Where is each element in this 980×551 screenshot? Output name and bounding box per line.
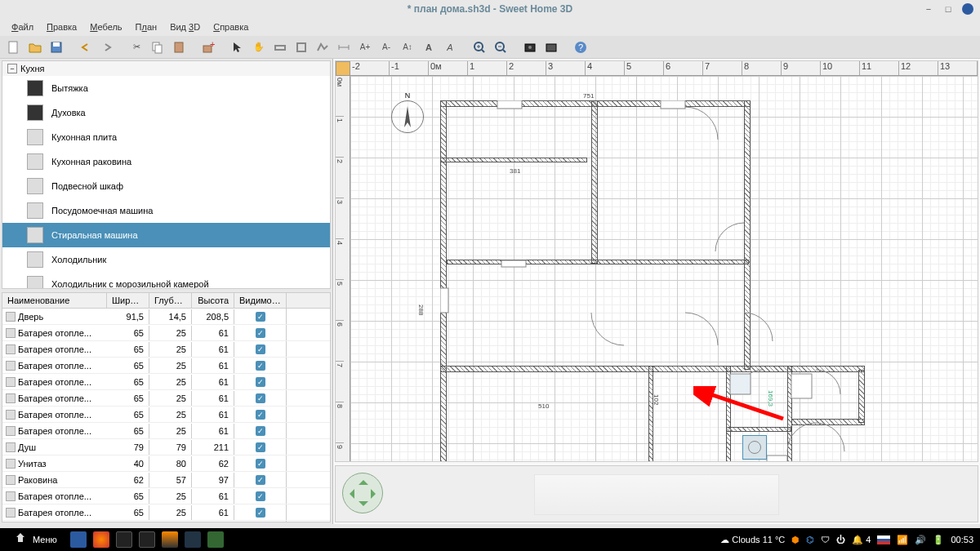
text-it-icon[interactable]: A [441,38,459,56]
nav-compass-icon[interactable] [342,473,383,513]
furniture-list-table[interactable]: Наименование Ширина Глубина Высота Видим… [2,292,331,522]
grid-canvas[interactable]: 751 381 288 510 169,3 102 [350,76,978,461]
catalog-item[interactable]: Холодильник [2,247,330,272]
table-row[interactable]: Батарея отопле... 65 25 61 ✓ [2,374,330,390]
dimension-icon[interactable] [335,38,353,56]
notifications-icon[interactable]: 🔔 4 [852,535,871,545]
visibility-checkbox[interactable]: ✓ [256,377,265,387]
photo-icon[interactable] [521,38,539,56]
table-row[interactable]: Раковина 62 57 97 ✓ [2,472,330,488]
menu-furniture[interactable]: Мебель [85,20,127,33]
wall-icon[interactable] [271,38,289,56]
catalog-item[interactable]: Стиральная машина [2,223,330,247]
bluetooth-icon[interactable]: ⌬ [806,535,814,545]
text-big-icon[interactable]: A- [377,38,395,56]
redo-icon[interactable] [98,38,116,56]
visibility-checkbox[interactable]: ✓ [256,312,265,322]
visibility-checkbox[interactable]: ✓ [256,344,265,354]
polyline-icon[interactable] [314,38,332,56]
col-depth[interactable]: Глубина [149,293,192,308]
minimize-button[interactable]: − [923,3,934,15]
visibility-checkbox[interactable]: ✓ [256,426,265,436]
keyboard-layout-icon[interactable] [877,535,890,544]
col-name[interactable]: Наименование [2,293,107,308]
app-icon[interactable] [162,531,178,548]
volume-icon[interactable]: 🔊 [915,535,926,545]
terminal2-icon[interactable] [139,531,155,548]
visibility-checkbox[interactable]: ✓ [256,475,265,485]
pan-icon[interactable]: ✋ [250,38,268,56]
table-row[interactable]: Батарея отопле... 65 25 61 ✓ [2,488,330,504]
cut-icon[interactable]: ✂ [127,38,145,56]
text-icon[interactable]: A [420,38,438,56]
catalog-item[interactable]: Кухонная раковина [2,149,330,174]
wifi-icon[interactable]: 📶 [897,535,908,545]
visibility-checkbox[interactable]: ✓ [256,328,265,338]
table-row[interactable]: Входная дверь 101,5 9,6 208,5 ✓ [2,521,330,522]
new-icon[interactable] [5,38,23,56]
search-app-icon[interactable] [185,531,201,548]
col-height[interactable]: Высота [192,293,234,308]
visibility-checkbox[interactable]: ✓ [256,410,265,420]
copy-icon[interactable] [149,38,167,56]
firefox-icon[interactable] [93,531,109,548]
text-small-icon[interactable]: A+ [356,38,374,56]
visibility-checkbox[interactable]: ✓ [256,508,265,518]
shield-icon[interactable]: 🛡 [821,535,830,544]
menu-edit[interactable]: Правка [42,20,82,33]
view-3d[interactable] [335,465,978,522]
catalog-item[interactable]: Посудомоечная машина [2,198,330,223]
table-row[interactable]: Душ 79 79 211 ✓ [2,439,330,455]
table-row[interactable]: Батарея отопле... 65 25 61 ✓ [2,390,330,407]
col-visibility[interactable]: Видимость [234,293,287,308]
help-icon[interactable]: ? [572,38,590,56]
start-menu-button[interactable]: Меню [7,531,64,549]
paste-icon[interactable] [170,38,188,56]
visibility-checkbox[interactable]: ✓ [256,442,265,452]
plan-canvas[interactable]: -2-10м12345678910111213 0м123456789 [335,60,978,462]
updates-icon[interactable]: ⏻ [836,535,845,544]
washing-machine-placed[interactable] [742,435,767,460]
table-row[interactable]: Батарея отопле... 65 25 61 ✓ [2,504,330,521]
zoom-in-icon[interactable] [470,38,488,56]
room-icon[interactable] [292,38,310,56]
video-icon[interactable] [542,38,560,56]
catalog-item[interactable]: Вытяжка [2,76,330,100]
open-icon[interactable] [26,38,44,56]
select-icon[interactable] [229,38,247,56]
terminal-icon[interactable] [116,531,132,548]
sweethome-icon[interactable] [207,531,224,548]
ruler-origin-icon[interactable] [336,61,350,76]
battery-icon[interactable]: 🔋 [933,535,944,545]
save-icon[interactable] [47,38,65,56]
tray-app-icon[interactable]: ⬢ [791,535,800,545]
floorplan[interactable]: 751 381 288 510 169,3 102 [440,100,865,462]
menu-help[interactable]: Справка [208,20,253,33]
visibility-checkbox[interactable]: ✓ [256,393,265,403]
collapse-icon[interactable]: − [7,64,17,73]
undo-icon[interactable] [77,38,95,56]
catalog-item[interactable]: Холодильник с морозильной камерой [2,272,330,289]
table-row[interactable]: Батарея отопле... 65 25 61 ✓ [2,341,330,358]
text-add-icon[interactable]: A↕ [399,38,416,56]
visibility-checkbox[interactable]: ✓ [256,491,265,501]
furniture-catalog[interactable]: − Кухня ВытяжкаДуховкаКухонная плитаКухо… [2,60,331,289]
menu-3d[interactable]: Вид 3D [165,20,205,33]
add-furniture-icon[interactable]: + [199,38,217,56]
table-row[interactable]: Батарея отопле... 65 25 61 ✓ [2,325,330,341]
table-row[interactable]: Батарея отопле... 65 25 61 ✓ [2,358,330,374]
catalog-item[interactable]: Подвесной шкаф [2,174,330,198]
table-row[interactable]: Дверь 91,5 14,5 208,5 ✓ [2,309,330,325]
zoom-out-icon[interactable] [492,38,510,56]
category-header[interactable]: − Кухня [2,61,330,76]
menu-file[interactable]: Файл [7,20,38,33]
catalog-item[interactable]: Кухонная плита [2,125,330,149]
visibility-checkbox[interactable]: ✓ [256,361,265,371]
close-button[interactable] [962,3,973,15]
col-width[interactable]: Ширина [107,293,149,308]
catalog-item[interactable]: Духовка [2,100,330,125]
visibility-checkbox[interactable]: ✓ [256,459,265,469]
maximize-button[interactable]: □ [942,3,954,15]
table-row[interactable]: Батарея отопле... 65 25 61 ✓ [2,407,330,423]
weather-widget[interactable]: ☁ Clouds 11 °C [720,535,785,545]
